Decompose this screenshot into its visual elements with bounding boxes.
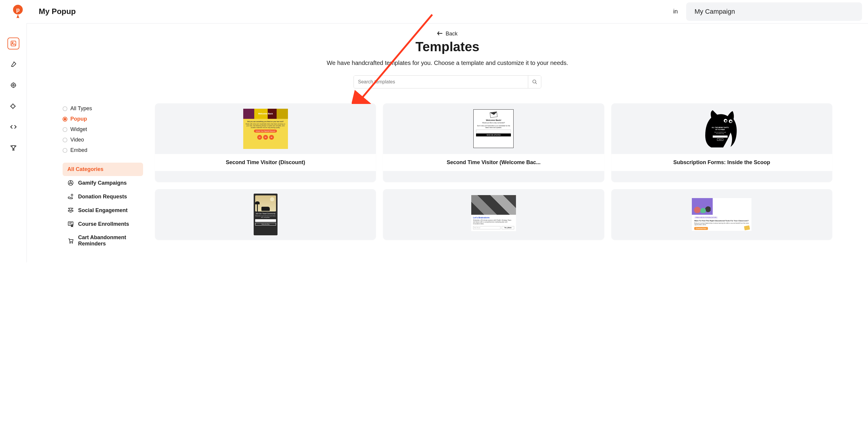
svg-point-8 xyxy=(70,182,71,184)
nav-integrations[interactable] xyxy=(7,100,20,112)
template-preview: Welcome Back Did you see something you l… xyxy=(155,103,376,154)
template-preview: FREE E-BOOK FOR EDUCATORS Want To Find T… xyxy=(611,189,832,240)
type-video[interactable]: Video xyxy=(63,135,143,145)
svg-point-3 xyxy=(12,42,13,43)
svg-text:Send: Send xyxy=(719,139,722,140)
app-logo: p xyxy=(11,3,25,20)
template-card[interactable]: ALL THE MEWS THAT'S FIT TO PRINT Join ou… xyxy=(611,103,832,182)
svg-text:FIT TO PRINT: FIT TO PRINT xyxy=(715,129,725,131)
search-box xyxy=(353,75,541,89)
nav-design[interactable] xyxy=(7,58,20,70)
filters-panel: All Types Popup Widget Video Embed All C… xyxy=(63,103,143,250)
left-nav xyxy=(0,23,27,263)
type-filter-list: All Types Popup Widget Video Embed xyxy=(63,103,143,156)
template-title: Second Time Visitor (Discount) xyxy=(155,154,376,171)
template-title: Subscription Forms: Inside the Scoop xyxy=(611,154,832,171)
nav-templates[interactable] xyxy=(7,37,20,49)
trophy-icon xyxy=(10,144,17,151)
in-label: in xyxy=(673,8,678,15)
template-card[interactable]: Welcome Back! Would you like to stay con… xyxy=(383,103,604,182)
page-subtitle: We have handcrafted templates for you. C… xyxy=(313,60,582,66)
svg-point-5 xyxy=(12,84,14,86)
cat-donation[interactable]: Donation Requests xyxy=(63,190,143,203)
search-button[interactable] xyxy=(528,76,541,88)
arrow-left-icon xyxy=(437,31,443,37)
radio-icon xyxy=(63,127,67,132)
cart-icon xyxy=(67,237,74,244)
certificate-icon xyxy=(67,221,74,227)
nav-goals[interactable] xyxy=(7,142,20,154)
top-bar: p My Popup in My Campaign xyxy=(0,0,868,23)
template-card[interactable]: Welcome Back Did you see something you l… xyxy=(155,103,376,182)
cat-gamify[interactable]: Gamify Campaigns xyxy=(63,176,143,190)
cat-silhouette-icon: ALL THE MEWS THAT'S FIT TO PRINT Join ou… xyxy=(702,109,738,149)
search-icon xyxy=(532,79,537,84)
type-widget[interactable]: Widget xyxy=(63,124,143,135)
type-embed[interactable]: Embed xyxy=(63,145,143,156)
category-filter-list: All Categories Gamify Campaigns Donation… xyxy=(63,163,143,250)
template-preview: ALL THE MEWS THAT'S FIT TO PRINT Join ou… xyxy=(611,103,832,154)
search-input[interactable] xyxy=(354,76,528,88)
radio-icon xyxy=(63,148,67,153)
page-title: Templates xyxy=(39,39,856,54)
code-icon xyxy=(10,124,17,130)
type-all[interactable]: All Types xyxy=(63,103,143,114)
template-card[interactable]: Let's Brainstorm Schedule a 40-minute se… xyxy=(383,189,604,240)
annotation-arrow xyxy=(352,12,435,104)
svg-text:the inside scoop: the inside scoop xyxy=(717,133,724,134)
brush-icon xyxy=(10,61,17,68)
popup-title[interactable]: My Popup xyxy=(39,7,76,16)
hand-heart-icon xyxy=(67,193,74,200)
back-button[interactable]: Back xyxy=(437,31,458,37)
svg-point-10 xyxy=(72,210,73,211)
nav-targeting[interactable] xyxy=(7,79,20,91)
back-label: Back xyxy=(445,31,458,37)
radio-icon xyxy=(63,117,67,122)
steering-wheel-icon xyxy=(67,180,74,186)
svg-point-14 xyxy=(72,242,73,243)
puzzle-icon xyxy=(10,103,17,109)
template-title: Second Time Visitor (Welcome Bac... xyxy=(383,154,604,171)
template-preview: Let's Brainstorm Schedule a 40-minute se… xyxy=(383,189,604,240)
cat-social[interactable]: Social Engagement xyxy=(63,203,143,217)
radio-icon xyxy=(63,138,67,142)
template-card[interactable]: Join Our Travel Community Subscribe to g… xyxy=(155,189,376,240)
target-icon xyxy=(10,82,17,89)
image-icon xyxy=(10,40,17,47)
radio-icon xyxy=(63,106,67,111)
svg-point-9 xyxy=(68,210,69,211)
template-preview: Welcome Back! Would you like to stay con… xyxy=(383,103,604,154)
type-popup[interactable]: Popup xyxy=(63,114,143,124)
svg-rect-2 xyxy=(11,41,16,46)
template-preview: Join Our Travel Community Subscribe to g… xyxy=(155,189,376,240)
svg-text:ALL THE MEWS THAT'S: ALL THE MEWS THAT'S xyxy=(712,127,729,128)
trophy-group-icon xyxy=(67,207,74,213)
template-grid: Welcome Back Did you see something you l… xyxy=(155,103,832,250)
template-card[interactable]: FREE E-BOOK FOR EDUCATORS Want To Find T… xyxy=(611,189,832,240)
nav-code[interactable] xyxy=(7,121,20,133)
campaign-selector[interactable]: My Campaign xyxy=(686,2,862,21)
svg-point-17 xyxy=(725,120,727,122)
svg-point-4 xyxy=(11,83,16,88)
cat-all[interactable]: All Categories xyxy=(63,163,143,176)
svg-text:Join our newsletter to get: Join our newsletter to get xyxy=(714,132,726,133)
cat-course[interactable]: Course Enrollments xyxy=(63,217,143,231)
svg-point-13 xyxy=(70,242,71,243)
cat-cart[interactable]: Cart Abandonment Reminders xyxy=(63,231,143,250)
main-content: Back Templates We have handcrafted templ… xyxy=(27,23,868,263)
svg-rect-23 xyxy=(713,136,727,138)
svg-text:p: p xyxy=(16,6,20,13)
svg-point-6 xyxy=(533,80,536,83)
svg-point-18 xyxy=(730,121,732,123)
